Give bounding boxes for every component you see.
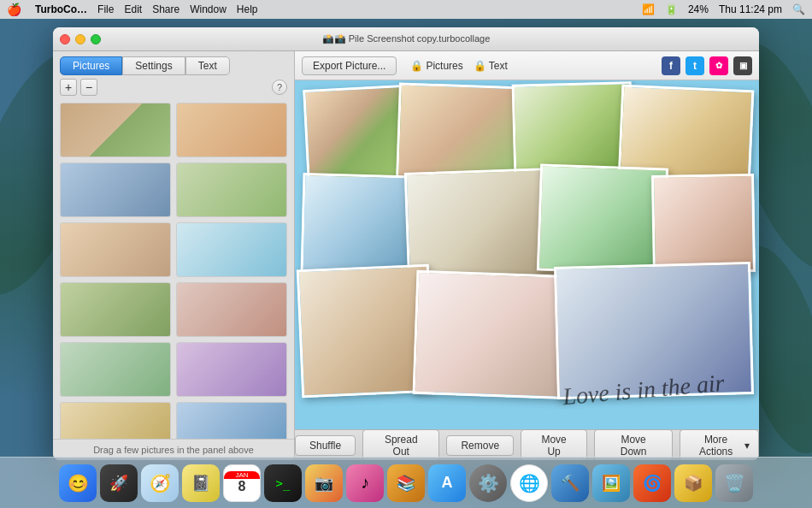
minimize-button[interactable] xyxy=(75,34,85,44)
social-icons: f t ✿ ▣ xyxy=(662,56,752,75)
list-item[interactable] xyxy=(60,103,171,157)
apple-menu[interactable]: 🍎 xyxy=(7,3,21,16)
menu-edit[interactable]: Edit xyxy=(124,3,142,15)
right-panel: Export Picture... 🔒 Pictures 🔒 Text f t … xyxy=(295,51,759,460)
collage-canvas[interactable]: Love is in the air xyxy=(295,80,759,429)
spread-out-button[interactable]: Spread Out xyxy=(362,429,439,461)
list-item[interactable] xyxy=(60,162,171,217)
close-button[interactable] xyxy=(60,34,70,44)
lock-pictures-icon: 🔒 xyxy=(410,60,423,72)
dock-item-chrome[interactable]: 🌐 xyxy=(510,464,548,502)
remove-photo-button[interactable]: − xyxy=(80,79,97,96)
app-window: 📸 📸 Pile Screenshot copy.turbocollage Pi… xyxy=(53,27,759,460)
dock-item-photoslib[interactable]: 🖼️ xyxy=(592,464,630,502)
photo-card[interactable] xyxy=(413,270,575,399)
action-bar: Shuffle Spread Out Remove Move Up Move D… xyxy=(295,429,759,460)
chevron-down-icon: ▾ xyxy=(744,440,750,452)
lock-text-label: Text xyxy=(489,60,508,72)
more-actions-label: More Actions xyxy=(689,434,743,458)
photo-card[interactable] xyxy=(537,163,668,275)
tab-pictures[interactable]: Pictures xyxy=(60,56,122,75)
list-item[interactable] xyxy=(176,342,287,397)
battery-percentage: 24% xyxy=(688,3,709,15)
dock-item-finder[interactable]: 😊 xyxy=(59,464,97,502)
list-item[interactable] xyxy=(176,222,287,277)
tab-bar: Pictures Settings Text xyxy=(53,51,294,75)
twitter-icon[interactable]: t xyxy=(685,56,704,75)
list-item[interactable] xyxy=(60,402,171,439)
dock: 😊 🚀 🧭 📓 JAN 8 >_ 📷 ♪ 📚 A ⚙️ 🌐 🔨 🖼️ 🌀 xyxy=(0,457,812,508)
list-item[interactable] xyxy=(60,342,171,397)
maximize-button[interactable] xyxy=(91,34,101,44)
dock-item-appstore[interactable]: A xyxy=(428,464,466,502)
traffic-lights xyxy=(60,34,101,44)
left-panel: Pictures Settings Text + − ? xyxy=(53,51,295,460)
window-icon: 📸 xyxy=(322,33,334,44)
dock-item-archives[interactable]: 📦 xyxy=(674,464,712,502)
list-item[interactable] xyxy=(176,402,287,439)
move-down-button[interactable]: Move Down xyxy=(594,429,673,461)
dock-item-trash[interactable]: 🗑️ xyxy=(715,464,753,502)
menu-help[interactable]: Help xyxy=(237,3,258,15)
window-title: 📸 Pile Screenshot copy.turbocollage xyxy=(334,33,491,44)
facebook-icon[interactable]: f xyxy=(662,56,680,75)
menu-share[interactable]: Share xyxy=(152,3,179,15)
dock-item-safari[interactable]: 🧭 xyxy=(141,464,179,502)
move-up-button[interactable]: Move Up xyxy=(521,429,587,461)
lock-text-icon: 🔒 xyxy=(474,60,486,72)
flickr-icon[interactable]: ✿ xyxy=(709,56,728,75)
dock-item-sysprefsapp[interactable]: ⚙️ xyxy=(469,464,507,502)
clock: Thu 11:24 pm xyxy=(719,3,782,15)
lock-pictures[interactable]: 🔒 Pictures xyxy=(410,60,462,72)
photo-card[interactable] xyxy=(512,81,634,177)
app-menu[interactable]: TurboCo… xyxy=(35,3,87,15)
dock-item-turbocollage[interactable]: 🌀 xyxy=(633,464,671,502)
shuffle-button[interactable]: Shuffle xyxy=(295,435,356,456)
lock-group: 🔒 Pictures 🔒 Text xyxy=(410,60,507,72)
list-item[interactable] xyxy=(176,162,287,217)
menubar: 🍎 TurboCo… File Edit Share Window Help 📶… xyxy=(0,0,812,19)
list-item[interactable] xyxy=(176,282,287,337)
dock-item-itunes[interactable]: ♪ xyxy=(346,464,384,502)
remove-button[interactable]: Remove xyxy=(446,435,514,456)
dock-item-calendar[interactable]: JAN 8 xyxy=(223,464,261,502)
wifi-icon[interactable]: 📶 xyxy=(642,3,655,15)
titlebar: 📸 📸 Pile Screenshot copy.turbocollage xyxy=(53,27,759,51)
photo-grid xyxy=(53,99,294,439)
list-item[interactable] xyxy=(176,103,287,157)
share-icon[interactable]: ▣ xyxy=(733,56,752,75)
export-button[interactable]: Export Picture... xyxy=(302,56,397,75)
dock-item-xcode[interactable]: 🔨 xyxy=(551,464,589,502)
lock-pictures-label: Pictures xyxy=(426,60,462,72)
add-photo-button[interactable]: + xyxy=(60,79,77,96)
dock-item-photos-app[interactable]: 📷 xyxy=(305,464,343,502)
panel-toolbar: + − ? xyxy=(53,75,294,99)
dock-item-terminal[interactable]: >_ xyxy=(264,464,302,502)
help-button[interactable]: ? xyxy=(272,80,287,95)
list-item[interactable] xyxy=(60,282,171,337)
dock-item-ibooks[interactable]: 📚 xyxy=(387,464,425,502)
more-actions-button[interactable]: More Actions ▾ xyxy=(680,429,759,461)
list-item[interactable] xyxy=(60,222,171,277)
photo-card[interactable] xyxy=(651,174,756,274)
tab-text[interactable]: Text xyxy=(185,56,230,75)
lock-text[interactable]: 🔒 Text xyxy=(474,60,508,72)
spotlight-icon[interactable]: 🔍 xyxy=(792,3,805,15)
photo-card[interactable] xyxy=(303,85,410,184)
dock-item-notes[interactable]: 📓 xyxy=(182,464,220,502)
dock-item-launchpad[interactable]: 🚀 xyxy=(100,464,138,502)
tab-settings[interactable]: Settings xyxy=(122,56,185,75)
right-toolbar: Export Picture... 🔒 Pictures 🔒 Text f t … xyxy=(295,51,759,80)
menu-window[interactable]: Window xyxy=(190,3,227,15)
photo-card[interactable] xyxy=(554,262,754,399)
menu-file[interactable]: File xyxy=(97,3,114,15)
window-body: Pictures Settings Text + − ? xyxy=(53,51,759,460)
battery-icon[interactable]: 🔋 xyxy=(665,3,678,15)
